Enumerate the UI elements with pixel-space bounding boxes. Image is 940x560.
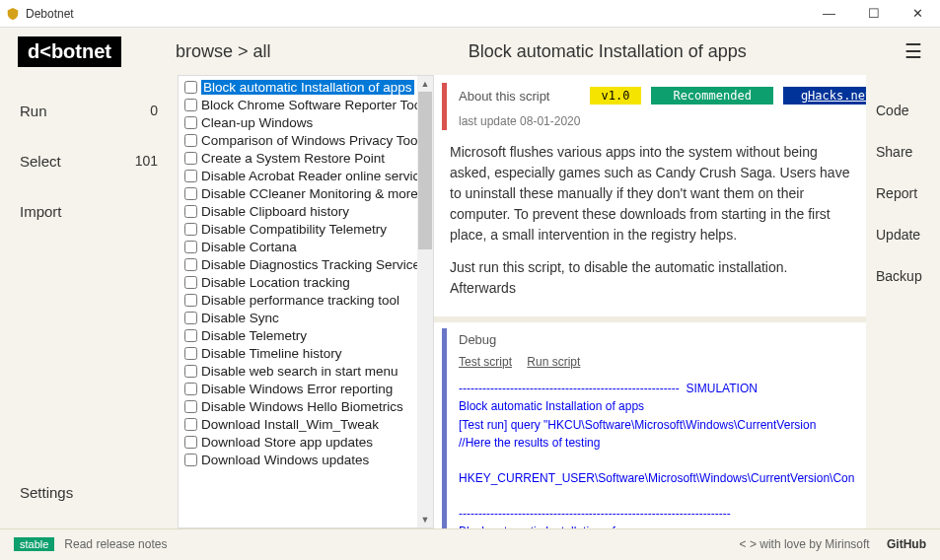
credits: < > with love by Mirinsoft <box>740 537 870 551</box>
list-item[interactable]: Disable CCleaner Monitoring & more <box>179 184 433 202</box>
list-item[interactable]: Disable Acrobat Reader online service <box>179 167 433 184</box>
list-item[interactable]: Disable Clipboard history <box>179 202 433 220</box>
scroll-thumb[interactable] <box>418 92 432 249</box>
script-checkbox[interactable] <box>184 329 197 342</box>
scrollbar[interactable]: ▲ ▼ <box>417 76 433 527</box>
ghacks-link[interactable]: gHacks.net <box>783 87 866 105</box>
script-label: Disable Timeline history <box>201 346 342 361</box>
sidebar-item-settings[interactable]: Settings <box>20 484 158 501</box>
script-checkbox[interactable] <box>184 134 197 147</box>
script-checkbox[interactable] <box>184 241 197 253</box>
debug-console[interactable]: ----------------------------------------… <box>459 381 854 528</box>
description: Microsoft flushes various apps into the … <box>434 136 866 316</box>
sidebar-item-report[interactable]: Report <box>876 185 930 201</box>
sidebar-item-share[interactable]: Share <box>876 144 930 160</box>
scroll-down-icon[interactable]: ▼ <box>417 512 433 527</box>
script-label: Block automatic Installation of apps <box>201 80 414 95</box>
list-item[interactable]: Download Install_Wim_Tweak <box>179 415 433 433</box>
list-item[interactable]: Disable Windows Hello Biometrics <box>179 397 433 415</box>
app-icon <box>6 7 20 21</box>
window-title: Debotnet <box>26 7 807 21</box>
sidebar-item-code[interactable]: Code <box>876 103 930 118</box>
recommended-badge: Recommended <box>651 87 772 105</box>
script-label: Block Chrome Software Reporter Tool <box>201 98 424 112</box>
logo: d<botnet <box>18 36 121 67</box>
sidebar-left: Run 0 Select 101 Import Settings <box>0 75 178 528</box>
script-checkbox[interactable] <box>184 152 197 165</box>
scroll-up-icon[interactable]: ▲ <box>417 76 433 92</box>
about-label: About this script <box>459 89 550 104</box>
script-checkbox[interactable] <box>184 454 197 466</box>
sidebar-item-import[interactable]: Import <box>20 203 158 220</box>
list-item[interactable]: Clean-up Windows <box>179 113 433 131</box>
script-checkbox[interactable] <box>184 418 197 431</box>
minimize-button[interactable]: — <box>807 0 851 27</box>
script-label: Disable performance tracking tool <box>201 293 399 308</box>
maximize-button[interactable]: ☐ <box>851 0 896 27</box>
list-item[interactable]: Disable Windows Error reporting <box>179 380 433 397</box>
script-checkbox[interactable] <box>184 81 197 94</box>
script-checkbox[interactable] <box>184 116 197 129</box>
script-checkbox[interactable] <box>184 170 197 182</box>
sidebar-item-backup[interactable]: Backup <box>876 268 930 284</box>
script-checkbox[interactable] <box>184 294 197 307</box>
list-item[interactable]: Disable Diagnostics Tracking Service <box>179 255 433 273</box>
header: d<botnet browse > all Block automatic In… <box>0 28 940 75</box>
script-checkbox[interactable] <box>184 276 197 289</box>
sidebar-item-label: Import <box>20 203 62 220</box>
script-checkbox[interactable] <box>184 99 197 111</box>
last-update: last update 08-01-2020 <box>459 114 854 128</box>
script-checkbox[interactable] <box>184 436 197 449</box>
stable-badge: stable <box>14 537 54 551</box>
menu-icon[interactable]: ☰ <box>904 39 922 63</box>
script-checkbox[interactable] <box>184 258 197 271</box>
sidebar-item-select[interactable]: Select 101 <box>20 153 158 170</box>
close-button[interactable]: ✕ <box>896 0 940 27</box>
script-label: Disable Acrobat Reader online service <box>201 169 427 183</box>
list-item[interactable]: Disable performance tracking tool <box>179 291 433 309</box>
release-notes-link[interactable]: Read release notes <box>64 537 167 551</box>
footer: stable Read release notes < > with love … <box>0 528 940 558</box>
test-script-link[interactable]: Test script <box>459 355 512 369</box>
script-label: Disable Windows Error reporting <box>201 382 393 396</box>
breadcrumb[interactable]: browse > all <box>176 41 271 62</box>
version-badge: v1.0 <box>590 87 642 105</box>
list-item[interactable]: Disable Compatibility Telemetry <box>179 220 433 238</box>
list-item[interactable]: Disable web search in start menu <box>179 362 433 380</box>
script-label: Disable Telemetry <box>201 328 307 343</box>
run-script-link[interactable]: Run script <box>527 355 580 369</box>
script-checkbox[interactable] <box>184 365 197 378</box>
script-checkbox[interactable] <box>184 187 197 200</box>
list-item[interactable]: Download Windows updates <box>179 451 433 468</box>
script-label: Disable CCleaner Monitoring & more <box>201 186 418 201</box>
script-checkbox[interactable] <box>184 312 197 324</box>
list-item[interactable]: Comparison of Windows Privacy Tools <box>179 131 433 149</box>
list-item[interactable]: Disable Telemetry <box>179 326 433 344</box>
about-block: About this script v1.0 Recommended gHack… <box>442 83 866 130</box>
list-item[interactable]: Create a System Restore Point <box>179 149 433 167</box>
script-label: Disable Cortana <box>201 240 297 254</box>
page-title: Block automatic Installation of apps <box>311 41 904 62</box>
sidebar-item-run[interactable]: Run 0 <box>20 103 158 119</box>
script-list: Block automatic Installation of appsBloc… <box>178 75 434 528</box>
list-item[interactable]: Disable Cortana <box>179 238 433 255</box>
github-link[interactable]: GitHub <box>887 537 926 551</box>
script-checkbox[interactable] <box>184 400 197 413</box>
script-checkbox[interactable] <box>184 383 197 395</box>
list-item[interactable]: Block automatic Installation of apps <box>179 78 433 96</box>
list-item[interactable]: Download Store app updates <box>179 433 433 451</box>
script-checkbox[interactable] <box>184 223 197 236</box>
script-checkbox[interactable] <box>184 347 197 360</box>
sidebar-item-label: Run <box>20 103 47 119</box>
script-checkbox[interactable] <box>184 205 197 218</box>
script-label: Disable web search in start menu <box>201 364 398 379</box>
list-item[interactable]: Disable Timeline history <box>179 344 433 362</box>
script-label: Download Install_Wim_Tweak <box>201 417 379 432</box>
list-item[interactable]: Block Chrome Software Reporter Tool <box>179 96 433 113</box>
splitter[interactable] <box>434 316 866 322</box>
sidebar-right: Code Share Report Update Backup <box>866 75 940 528</box>
list-item[interactable]: Disable Location tracking <box>179 273 433 291</box>
script-label: Disable Diagnostics Tracking Service <box>201 257 420 272</box>
list-item[interactable]: Disable Sync <box>179 309 433 326</box>
sidebar-item-update[interactable]: Update <box>876 227 930 243</box>
